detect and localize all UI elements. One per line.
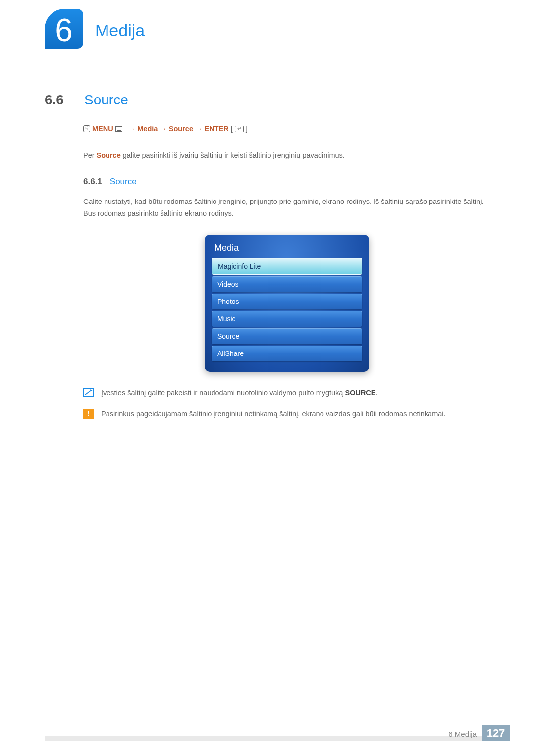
- subsection-heading: 6.6.1 Source: [83, 177, 490, 187]
- intro-text-pre: Per: [83, 151, 97, 159]
- chapter-title: Medija: [95, 21, 145, 40]
- osd-menu-item[interactable]: Videos: [212, 276, 362, 292]
- nav-step-media: Media: [137, 125, 158, 133]
- page: 6 Medija 6.6 Source ☟ MENU → Media → Sou…: [0, 0, 535, 756]
- osd-menu-item[interactable]: AllShare: [212, 346, 362, 361]
- page-footer: 6 Medija 127: [45, 725, 510, 741]
- info-note: Įvesties šaltinį galite pakeisti ir naud…: [83, 387, 490, 399]
- subsection-paragraph: Galite nustatyti, kad būtų rodomas šalti…: [83, 196, 490, 220]
- info-note-icon: [83, 388, 94, 397]
- nav-arrow-1: →: [128, 125, 136, 133]
- subsection-number: 6.6.1: [83, 177, 102, 187]
- osd-menu-item[interactable]: Source: [212, 328, 362, 344]
- enter-icon: [235, 126, 244, 132]
- remote-icon: ☟: [83, 125, 90, 132]
- nav-enter-label: ENTER: [205, 125, 229, 133]
- intro-text-post: galite pasirinkti iš įvairių šaltinių ir…: [121, 151, 345, 159]
- note1-post: .: [376, 389, 378, 397]
- nav-arrow-2: →: [160, 125, 167, 133]
- footer-chapter-label: 6 Medija: [448, 730, 477, 738]
- section-heading: 6.6 Source: [45, 92, 128, 108]
- osd-menu-panel: Media Magicinfo LiteVideosPhotosMusicSou…: [205, 235, 369, 372]
- footer-page-number: 127: [482, 725, 510, 741]
- chapter-number-badge: 6: [45, 9, 83, 49]
- intro-bold-source: Source: [97, 151, 121, 159]
- osd-menu-item[interactable]: Magicinfo Lite: [212, 258, 362, 275]
- warning-note-text: Pasirinkus pageidaujamam šaltinio įrengi…: [101, 408, 490, 420]
- warning-note: ! Pasirinkus pageidaujamam šaltinio įren…: [83, 408, 490, 420]
- osd-menu-title: Media: [212, 242, 362, 258]
- note1-pre: Įvesties šaltinį galite pakeisti ir naud…: [101, 389, 345, 397]
- menu-navigation-path: ☟ MENU → Media → Source → ENTER[]: [83, 125, 490, 133]
- section-number: 6.6: [45, 92, 84, 108]
- osd-menu-item[interactable]: Photos: [212, 294, 362, 309]
- subsection-title: Source: [110, 177, 137, 187]
- nav-step-source: Source: [169, 125, 193, 133]
- chapter-header: 6 Medija: [45, 9, 145, 49]
- menu-bars-icon: [115, 126, 122, 132]
- info-note-text: Įvesties šaltinį galite pakeisti ir naud…: [101, 387, 490, 399]
- intro-paragraph: Per Source galite pasirinkti iš įvairių …: [83, 150, 490, 162]
- section-title: Source: [84, 92, 128, 108]
- warning-note-icon: !: [83, 409, 94, 419]
- nav-arrow-3: →: [195, 125, 203, 133]
- footer-bar: [45, 736, 510, 741]
- nav-menu-label: MENU: [92, 125, 113, 133]
- note1-bold-source: SOURCE: [345, 389, 375, 397]
- osd-menu-item[interactable]: Music: [212, 311, 362, 327]
- content-area: ☟ MENU → Media → Source → ENTER[] Per So…: [83, 125, 490, 429]
